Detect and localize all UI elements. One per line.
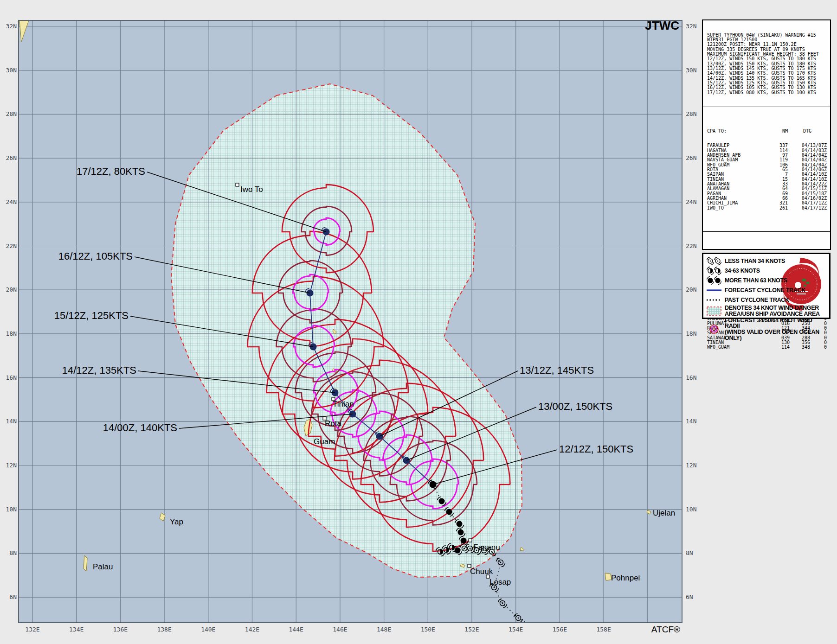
svg-text:14N: 14N: [6, 418, 17, 425]
svg-text:142E: 142E: [245, 626, 259, 633]
svg-text:8N: 8N: [686, 549, 693, 556]
legend-item: LESS THAN 34 KNOTS: [706, 256, 827, 266]
svg-text:6N: 6N: [9, 593, 17, 600]
svg-text:150E: 150E: [421, 626, 435, 633]
legend-label: PAST CYCLONE TRACK: [725, 297, 789, 303]
svg-text:26N: 26N: [686, 154, 696, 161]
svg-text:16N: 16N: [6, 374, 17, 381]
legend-rows: LESS THAN 34 KNOTS34-63 KNOTSMORE THAN 6…: [706, 256, 827, 341]
legend-label: LESS THAN 34 KNOTS: [725, 258, 785, 264]
danger-area-icon: [706, 306, 722, 316]
svg-text:30N: 30N: [6, 67, 17, 74]
svg-text:12N: 12N: [6, 462, 17, 469]
place-label: Rota: [325, 419, 341, 428]
place-label: Fananu: [473, 543, 500, 552]
place-label: Chuuk: [470, 567, 493, 576]
legend-item: MORE THAN 63 KNOTS: [706, 276, 827, 285]
svg-text:134E: 134E: [69, 626, 84, 633]
legend-item: FORECAST CYCLONE TRACK: [706, 286, 827, 295]
place-marker: [469, 539, 472, 542]
track-point-label: 13/12Z, 145KTS: [520, 364, 594, 376]
svg-text:18N: 18N: [686, 330, 696, 337]
cpa-row: IWO_TO26104/17/12Z: [707, 206, 827, 210]
place-label: Tinian: [333, 400, 354, 408]
svg-text:16N: 16N: [686, 374, 696, 381]
place-label: Yap: [170, 517, 183, 526]
warning-lines: SUPER TYPHOON 04W (SINLAKU) WARNING #15W…: [703, 30, 830, 97]
legend-label: 34-63 KNOTS: [725, 268, 760, 274]
place-marker: [236, 183, 239, 186]
svg-text:22N: 22N: [6, 242, 17, 249]
lt34-symbol-icon: [706, 256, 722, 266]
wind-radii-icon: [706, 325, 722, 334]
cpa-table-header: CPA TO: NM DTG: [707, 129, 827, 134]
svg-text:138E: 138E: [157, 626, 171, 633]
place-label: Palau: [93, 562, 113, 571]
svg-text:32N: 32N: [686, 23, 696, 30]
track-point-label: 14/12Z, 135KTS: [62, 364, 136, 376]
svg-text:148E: 148E: [377, 626, 391, 633]
gt63-symbol-icon: [706, 276, 722, 285]
track-point-label: 16/12Z, 105KTS: [58, 250, 133, 262]
svg-text:22N: 22N: [686, 242, 696, 249]
svg-text:10N: 10N: [686, 506, 696, 513]
svg-text:28N: 28N: [6, 110, 17, 117]
legend-item: DENOTES 34 KNOT WIND DANGER AREA/USN SHI…: [706, 305, 827, 317]
track-point-label: 14/00Z, 140KTS: [103, 422, 177, 434]
svg-text:158E: 158E: [596, 626, 611, 633]
legend-label: FORECAST CYCLONE TRACK: [725, 287, 805, 293]
svg-text:140E: 140E: [201, 626, 215, 633]
svg-text:146E: 146E: [333, 626, 347, 633]
track-point-label: 13/00Z, 150KTS: [538, 401, 612, 412]
cpa-rows: FARAULEP33704/13/07ZHAGATNA11404/14/03ZA…: [707, 143, 827, 210]
legend-item: 34-63 KNOTS: [706, 266, 827, 275]
svg-text:132E: 132E: [25, 626, 39, 633]
svg-text:154E: 154E: [509, 626, 523, 633]
svg-text:152E: 152E: [464, 626, 479, 633]
island-icon: [605, 573, 612, 580]
warning-line: 17/12Z, WINDS 080 KTS, GUSTS TO 100 KTS: [707, 90, 827, 95]
track-point-label: 15/12Z, 125KTS: [54, 310, 129, 321]
legend-item: PAST CYCLONE TRACK: [706, 295, 827, 305]
svg-text:24N: 24N: [6, 198, 17, 205]
svg-text:24N: 24N: [686, 198, 696, 205]
ts-symbol-icon: [706, 266, 722, 275]
place-label: Pohnpei: [611, 574, 640, 582]
cpa-table: CPA TO: NM DTG FARAULEP33704/13/07ZHAGAT…: [703, 117, 830, 222]
legend-item: FORECAST 34/50/64 KNOT WIND RADII (WINDS…: [706, 318, 827, 341]
legend-label: MORE THAN 63 KNOTS: [725, 278, 787, 284]
cpa-title: CPA TO:: [707, 129, 769, 134]
svg-text:20N: 20N: [6, 286, 17, 293]
cpa-col-dtg: DTG: [788, 129, 827, 134]
cpa-col-nm: NM: [769, 129, 788, 134]
svg-text:12N: 12N: [686, 462, 696, 469]
bearing-row: WFO_GUAM1143480: [707, 345, 827, 350]
svg-text:26N: 26N: [6, 154, 17, 161]
past-track-icon: [706, 295, 722, 305]
svg-text:10N: 10N: [6, 506, 17, 513]
legend-label: DENOTES 34 KNOT WIND DANGER AREA/USN SHI…: [725, 305, 820, 317]
jtwc-warning-graphic: { "colors":{"ocean":"#b6c5d6","margin":"…: [0, 0, 837, 644]
svg-text:6N: 6N: [686, 593, 693, 600]
forecast-track-icon: [706, 286, 722, 295]
svg-text:20N: 20N: [686, 286, 696, 293]
svg-text:156E: 156E: [553, 626, 567, 633]
place-label: Ujelan: [653, 509, 675, 517]
svg-text:18N: 18N: [6, 330, 17, 337]
svg-text:144E: 144E: [289, 626, 303, 633]
place-marker: [486, 575, 489, 578]
legend-label: FORECAST 34/50/64 KNOT WIND RADII (WINDS…: [725, 318, 827, 341]
place-label: Guam: [314, 437, 335, 446]
svg-text:136E: 136E: [113, 626, 128, 633]
track-point-label: 17/12Z, 80KTS: [77, 166, 145, 177]
island-icon: [84, 555, 87, 571]
place-label: Iwo To: [240, 185, 263, 194]
panel-divider: [703, 231, 830, 232]
svg-text:8N: 8N: [9, 549, 17, 556]
legend-panel: LESS THAN 34 KNOTS34-63 KNOTSMORE THAN 6…: [702, 253, 831, 319]
jtwc-title: JTWC: [645, 19, 679, 32]
svg-text:28N: 28N: [686, 110, 696, 117]
svg-text:32N: 32N: [6, 23, 17, 30]
place-label: Losap: [489, 578, 511, 587]
track-point-label: 12/12Z, 150KTS: [559, 443, 633, 455]
